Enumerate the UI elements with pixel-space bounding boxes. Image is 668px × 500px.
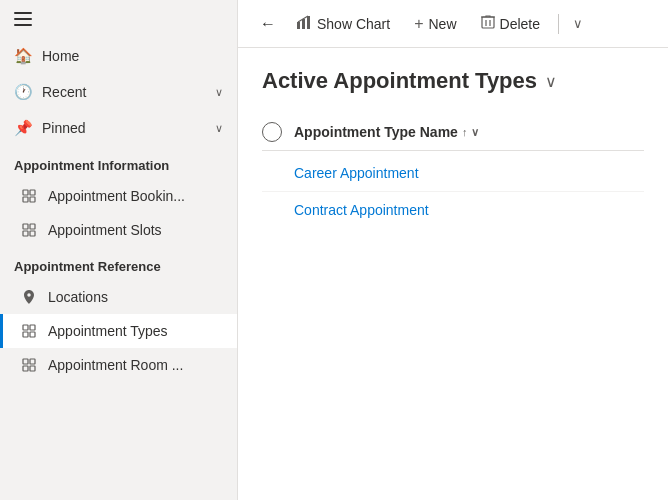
sidebar-item-label: Appointment Room ... <box>48 357 183 373</box>
sidebar-item-label: Home <box>42 48 223 64</box>
sidebar-item-appointment-room[interactable]: Appointment Room ... <box>0 348 237 382</box>
column-header-label: Appointment Type Name <box>294 124 458 140</box>
table-row: Contract Appointment <box>262 192 644 228</box>
table-header: Appointment Type Name ↑ ∨ <box>262 114 644 151</box>
svg-rect-6 <box>23 231 28 236</box>
svg-rect-2 <box>23 197 28 202</box>
content-area: Active Appointment Types ∨ Appointment T… <box>238 48 668 500</box>
column-header-name[interactable]: Appointment Type Name ↑ ∨ <box>294 124 479 140</box>
home-icon: 🏠 <box>14 47 32 65</box>
sidebar-item-pinned[interactable]: 📌 Pinned ∨ <box>0 110 237 146</box>
show-chart-label: Show Chart <box>317 16 390 32</box>
grid-small-icon <box>20 221 38 239</box>
pin-icon: 📌 <box>14 119 32 137</box>
sidebar-item-home[interactable]: 🏠 Home <box>0 38 237 74</box>
hamburger-menu-icon[interactable] <box>14 12 32 26</box>
svg-rect-0 <box>23 190 28 195</box>
sidebar-item-locations[interactable]: Locations <box>0 280 237 314</box>
svg-rect-11 <box>30 332 35 337</box>
plus-icon: + <box>414 15 423 33</box>
new-label: New <box>429 16 457 32</box>
chevron-down-icon: ∨ <box>215 122 223 135</box>
grid-small-icon <box>20 187 38 205</box>
svg-rect-1 <box>30 190 35 195</box>
sidebar-item-appointment-slots[interactable]: Appointment Slots <box>0 213 237 247</box>
sidebar: 🏠 Home 🕐 Recent ∨ 📌 Pinned ∨ Appointment… <box>0 0 238 500</box>
sidebar-item-recent[interactable]: 🕐 Recent ∨ <box>0 74 237 110</box>
page-title-row: Active Appointment Types ∨ <box>262 68 644 94</box>
sidebar-item-label: Appointment Slots <box>48 222 162 238</box>
location-pin-icon <box>20 288 38 306</box>
sidebar-item-appointment-booking[interactable]: Appointment Bookin... <box>0 179 237 213</box>
sidebar-item-label: Locations <box>48 289 108 305</box>
recent-icon: 🕐 <box>14 83 32 101</box>
main-content: ← Show Chart + New <box>238 0 668 500</box>
table-row: Career Appointment <box>262 155 644 192</box>
toolbar-divider <box>558 14 559 34</box>
back-button[interactable]: ← <box>254 9 282 39</box>
sidebar-item-label: Recent <box>42 84 205 100</box>
back-arrow-icon: ← <box>260 15 276 33</box>
sidebar-header <box>0 0 237 38</box>
trash-icon <box>481 14 495 33</box>
appointment-type-link[interactable]: Contract Appointment <box>294 202 429 218</box>
sidebar-item-label: Appointment Types <box>48 323 168 339</box>
grid-small-icon <box>20 356 38 374</box>
svg-rect-17 <box>302 19 305 29</box>
grid-small-icon <box>20 322 38 340</box>
show-chart-button[interactable]: Show Chart <box>286 8 400 39</box>
svg-rect-8 <box>23 325 28 330</box>
svg-rect-4 <box>23 224 28 229</box>
toolbar: ← Show Chart + New <box>238 0 668 48</box>
svg-rect-19 <box>482 17 494 28</box>
delete-button[interactable]: Delete <box>471 8 550 39</box>
sort-chevron-icon: ∨ <box>471 126 479 139</box>
appointment-type-link[interactable]: Career Appointment <box>294 165 419 181</box>
page-title-chevron-icon[interactable]: ∨ <box>545 72 557 91</box>
sidebar-item-appointment-types[interactable]: Appointment Types <box>0 314 237 348</box>
sidebar-item-label: Appointment Bookin... <box>48 188 185 204</box>
svg-rect-10 <box>23 332 28 337</box>
page-title: Active Appointment Types <box>262 68 537 94</box>
svg-rect-16 <box>297 22 300 29</box>
chevron-down-icon: ∨ <box>573 16 583 31</box>
svg-rect-9 <box>30 325 35 330</box>
svg-rect-15 <box>30 366 35 371</box>
section-header-appointment-reference: Appointment Reference <box>0 247 237 280</box>
chevron-down-icon: ∨ <box>215 86 223 99</box>
chart-icon <box>296 14 312 33</box>
section-header-appointment-information: Appointment Information <box>0 146 237 179</box>
svg-rect-18 <box>307 16 310 29</box>
svg-rect-12 <box>23 359 28 364</box>
svg-rect-5 <box>30 224 35 229</box>
svg-rect-14 <box>23 366 28 371</box>
select-all-checkbox[interactable] <box>262 122 282 142</box>
svg-rect-3 <box>30 197 35 202</box>
toolbar-more-button[interactable]: ∨ <box>567 10 589 37</box>
svg-rect-7 <box>30 231 35 236</box>
delete-label: Delete <box>500 16 540 32</box>
sidebar-item-label: Pinned <box>42 120 205 136</box>
svg-rect-13 <box>30 359 35 364</box>
new-button[interactable]: + New <box>404 9 466 39</box>
sort-icon: ↑ <box>462 126 468 138</box>
